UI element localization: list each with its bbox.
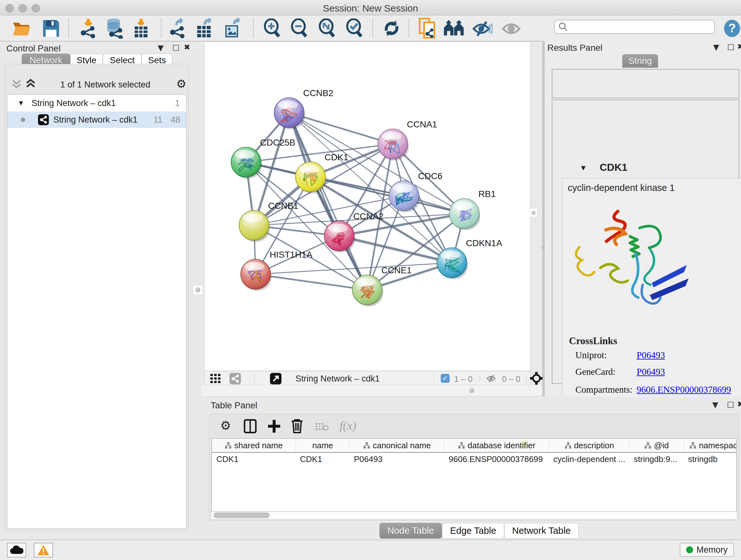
network-row-selected[interactable]: String Network – cdk1 11 48	[7, 111, 186, 128]
import-table-file-button[interactable]	[130, 18, 152, 39]
table-cell[interactable]: stringdb	[684, 453, 737, 465]
column-header-canonical-name[interactable]: canonical name	[349, 439, 444, 452]
zoom-selected-button[interactable]	[343, 18, 366, 39]
tab-network-table[interactable]: Network Table	[504, 523, 579, 539]
node-cdc25b[interactable]	[231, 147, 262, 179]
table-panel-float-icon[interactable]: □	[727, 400, 734, 408]
table-row[interactable]: CDK1CDK1P064939606.ENSP00000378699cyclin…	[212, 453, 736, 465]
title-bar: Session: New Session	[0, 0, 741, 15]
column-header-database-identifier[interactable]: database identifier	[444, 439, 549, 452]
node-ccna1[interactable]	[378, 129, 409, 161]
table-panel-close-icon[interactable]: ✖	[737, 400, 741, 408]
grid-view-icon[interactable]	[210, 374, 221, 383]
export-table-button[interactable]	[193, 18, 216, 39]
tab-edge-table[interactable]: Edge Table	[442, 523, 504, 539]
table-cell[interactable]: CDK1	[295, 453, 349, 465]
tree-expander-icon[interactable]: ▼	[17, 99, 24, 107]
apply-layout-button[interactable]	[380, 18, 403, 39]
search-field[interactable]	[554, 20, 715, 34]
table-options-gear-icon[interactable]: ⚙	[220, 419, 231, 433]
network-view-share-icon[interactable]	[229, 373, 241, 384]
table-cell[interactable]: cyclin-dependent ...	[549, 453, 629, 465]
scrollbar-thumb[interactable]	[213, 512, 270, 518]
column-source-icon	[689, 442, 696, 449]
network-canvas[interactable]: CCNB2CCNA1CDC25BCDK1CDC6RB1CCNB1CCNA2CDK…	[204, 42, 530, 371]
fit-content-button[interactable]	[316, 18, 339, 39]
network-graph[interactable]: CCNB2CCNA1CDC25BCDK1CDC6RB1CCNB1CCNA2CDK…	[205, 42, 530, 371]
results-panel-close-icon[interactable]: ✖	[737, 43, 741, 51]
column-header--id[interactable]: @id	[629, 439, 684, 452]
column-header-shared-name[interactable]: shared name	[212, 439, 295, 452]
automation-cloud-button[interactable]	[7, 543, 26, 557]
gene-expander-icon[interactable]: ▼	[580, 164, 587, 172]
control-panel-float-icon[interactable]: □	[172, 44, 180, 51]
birds-eye-view-icon[interactable]	[530, 372, 543, 385]
import-network-file-button[interactable]	[77, 18, 100, 39]
add-column-icon[interactable]	[267, 419, 281, 433]
tab-node-table[interactable]: Node Table	[380, 523, 442, 539]
results-panel-float-icon[interactable]: □	[727, 43, 735, 51]
export-network-button[interactable]	[166, 18, 189, 39]
toolbar-separator	[161, 18, 161, 38]
table-cell[interactable]: stringdb:9...	[629, 453, 684, 465]
edge-ccne1-hist1h1a[interactable]	[256, 274, 367, 290]
table-horizontal-scrollbar[interactable]	[212, 512, 737, 519]
expand-all-networks-icon[interactable]	[25, 78, 37, 89]
network-options-gear-icon[interactable]: ⚙	[176, 77, 186, 90]
results-buttons-box: Expand All Collapse All	[552, 69, 739, 98]
column-header-namespace[interactable]: namespace	[684, 439, 737, 452]
hide-selected-button[interactable]	[471, 18, 494, 39]
first-neighbors-button[interactable]	[442, 18, 465, 39]
table-cell[interactable]: P06493	[349, 453, 444, 465]
open-session-button[interactable]	[10, 18, 33, 39]
export-image-icon	[223, 18, 242, 39]
node-ccne1[interactable]	[352, 275, 383, 307]
left-splitter-handle[interactable]	[193, 285, 203, 295]
edge-ccnb2-ccne1[interactable]	[289, 113, 367, 290]
new-network-from-selection-button[interactable]	[416, 18, 439, 39]
collapse-all-networks-icon[interactable]	[11, 78, 22, 89]
results-panel-collapse-icon[interactable]: ▼	[713, 44, 719, 51]
node-table[interactable]: shared namenamecanonical namedatabase id…	[212, 438, 737, 512]
search-input[interactable]	[568, 22, 705, 32]
node-ccna2[interactable]	[324, 221, 355, 253]
detach-view-icon[interactable]	[270, 373, 281, 384]
table-cell[interactable]: CDK1	[212, 453, 295, 465]
table-cell[interactable]: 9606.ENSP00000378699	[444, 453, 549, 465]
column-header-name[interactable]: name	[295, 439, 349, 452]
selected-checkbox-icon[interactable]: ✓	[441, 374, 450, 383]
show-columns-icon[interactable]	[244, 419, 257, 433]
node-rb1[interactable]	[449, 199, 480, 230]
import-network-database-button[interactable]	[103, 18, 126, 39]
export-table-icon	[195, 18, 214, 39]
right-splitter-handle[interactable]	[529, 208, 537, 217]
zoom-out-button[interactable]	[288, 18, 311, 39]
table-panel-collapse-icon[interactable]: ▼	[712, 401, 718, 409]
save-session-button[interactable]	[40, 18, 63, 39]
results-panel-scroll-strip[interactable]	[542, 41, 545, 396]
zoom-in-button[interactable]	[261, 18, 284, 39]
bottom-splitter-handle[interactable]	[467, 386, 477, 395]
node-cdkn1a[interactable]	[437, 248, 468, 279]
node-hist1h1a[interactable]	[241, 259, 272, 291]
warnings-button[interactable]	[34, 543, 53, 557]
memory-button[interactable]: Memory	[680, 543, 734, 557]
help-button[interactable]: ?	[721, 18, 741, 39]
node-cdk1[interactable]	[295, 162, 327, 193]
control-panel-close-icon[interactable]: ✖	[184, 44, 190, 51]
export-image-button[interactable]	[221, 18, 244, 39]
zoom-in-icon	[263, 18, 281, 38]
column-header-description[interactable]: description	[549, 439, 629, 452]
two-houses-icon	[443, 20, 464, 37]
crosslink-value-link[interactable]: P06493	[636, 367, 665, 384]
crosslink-value-link[interactable]: P06493	[636, 350, 665, 367]
control-panel-collapse-icon[interactable]: ▼	[158, 44, 163, 52]
delete-column-icon[interactable]	[291, 419, 303, 433]
memory-label: Memory	[696, 545, 728, 555]
network-collection-row[interactable]: ▼ String Network – cdk1 1	[7, 95, 186, 111]
toolbar-divider	[480, 373, 480, 383]
gene-section-box: ▼ CDK1 cyclin-dependent kinase 1 CrossLi…	[552, 100, 739, 384]
tab-string[interactable]: String	[622, 54, 658, 68]
node-label-cdk1: CDK1	[325, 152, 348, 162]
show-all-button[interactable]	[500, 18, 523, 39]
